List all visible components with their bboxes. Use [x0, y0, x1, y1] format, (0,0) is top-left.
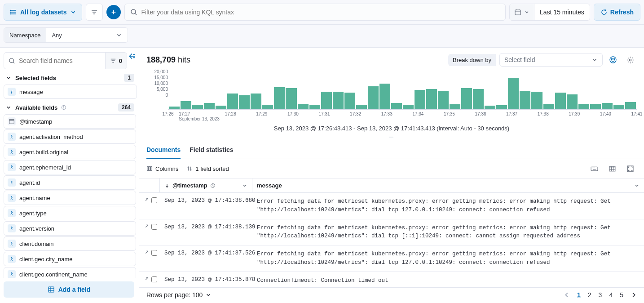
- chart-bar[interactable]: [520, 91, 530, 109]
- tab-documents[interactable]: Documents: [146, 143, 181, 159]
- chart-bars[interactable]: [168, 68, 637, 110]
- chart-bar[interactable]: [262, 105, 273, 109]
- chart-bar[interactable]: [356, 105, 367, 109]
- row-checkbox[interactable]: [151, 197, 157, 203]
- chart-bar[interactable]: [590, 104, 601, 109]
- expand-row-button[interactable]: [143, 197, 149, 203]
- kql-input[interactable]: [141, 9, 500, 16]
- chart-bar[interactable]: [613, 105, 624, 109]
- page-next[interactable]: [631, 292, 637, 298]
- chart-bar[interactable]: [567, 94, 578, 109]
- fullscreen-button[interactable]: [623, 162, 637, 175]
- namespace-filter[interactable]: Namespace Any: [4, 27, 128, 43]
- chart-bar[interactable]: [286, 88, 296, 109]
- refresh-button[interactable]: Refresh: [594, 4, 640, 21]
- namespace-value-dropdown[interactable]: Any: [46, 28, 127, 42]
- field-item[interactable]: kagent.id: [4, 175, 136, 190]
- chart-bar[interactable]: [555, 93, 566, 109]
- histogram-chart[interactable]: 20,00015,00010,0005,0000 17:2617:27Septe…: [139, 68, 644, 140]
- chart-bar[interactable]: [461, 88, 472, 109]
- chart-bar[interactable]: [227, 94, 238, 109]
- field-item[interactable]: kclient.domain: [4, 236, 136, 251]
- field-item[interactable]: kagent.type: [4, 206, 136, 220]
- keyboard-shortcuts-button[interactable]: [587, 162, 601, 175]
- chart-bar[interactable]: [438, 91, 449, 109]
- chart-bar[interactable]: [181, 101, 191, 109]
- chart-bar[interactable]: [496, 105, 507, 109]
- tab-field-statistics[interactable]: Field statistics: [190, 143, 233, 159]
- chart-bar[interactable]: [251, 94, 261, 109]
- chart-bar[interactable]: [274, 87, 285, 109]
- field-item[interactable]: kclient.geo.continent_name: [4, 267, 136, 278]
- chart-bar[interactable]: [473, 89, 484, 109]
- datasets-selector[interactable]: All log datasets: [4, 4, 82, 21]
- chart-bar[interactable]: [415, 90, 425, 109]
- chart-bar[interactable]: [391, 103, 402, 109]
- field-item[interactable]: kagent.name: [4, 191, 136, 205]
- selected-fields-header[interactable]: Selected fields 1: [4, 69, 137, 85]
- page-prev[interactable]: [564, 292, 570, 298]
- chart-bar[interactable]: [344, 93, 355, 109]
- sort-button[interactable]: 1 field sorted: [186, 165, 229, 172]
- chart-bar[interactable]: [531, 92, 542, 109]
- chart-settings-button[interactable]: [623, 53, 637, 67]
- date-range-value[interactable]: Last 15 minutes: [534, 9, 590, 16]
- chart-bar[interactable]: [192, 105, 203, 109]
- field-item[interactable]: kclient.geo.city_name: [4, 252, 136, 266]
- chart-bar[interactable]: [239, 95, 250, 109]
- expand-row-button[interactable]: [143, 224, 149, 229]
- page-number[interactable]: 1: [577, 291, 581, 299]
- date-range-picker[interactable]: Last 15 minutes: [509, 4, 590, 21]
- breakdown-select[interactable]: Select field: [499, 53, 603, 67]
- rows-per-page[interactable]: Rows per page: 100: [146, 291, 212, 299]
- available-fields-header[interactable]: Available fields 264: [4, 99, 137, 114]
- row-checkbox[interactable]: [151, 276, 157, 282]
- page-number[interactable]: 5: [620, 291, 623, 299]
- row-checkbox[interactable]: [151, 250, 157, 256]
- chart-bar[interactable]: [379, 84, 390, 109]
- column-header-timestamp[interactable]: @timestamp: [160, 178, 252, 192]
- field-item[interactable]: kagent.version: [4, 221, 136, 236]
- collapse-sidebar-button[interactable]: [128, 52, 136, 60]
- filter-options-button[interactable]: [86, 4, 103, 21]
- row-checkbox[interactable]: [151, 224, 157, 230]
- add-field-button[interactable]: Add a field: [4, 281, 134, 298]
- field-item[interactable]: kagent.ephemeral_id: [4, 160, 136, 174]
- chart-bar[interactable]: [309, 105, 320, 109]
- expand-row-button[interactable]: [143, 250, 149, 255]
- page-number[interactable]: 2: [588, 291, 591, 299]
- chart-bar[interactable]: [602, 103, 613, 109]
- date-range-calendar-button[interactable]: [510, 4, 534, 20]
- patterns-button[interactable]: [606, 53, 620, 67]
- chart-bar[interactable]: [204, 103, 215, 109]
- chart-bar[interactable]: [625, 102, 636, 109]
- chart-bar[interactable]: [485, 106, 495, 109]
- chart-bar[interactable]: [368, 86, 379, 109]
- column-header-message[interactable]: message: [252, 178, 644, 192]
- chart-bar[interactable]: [450, 104, 460, 109]
- chart-bar[interactable]: [543, 104, 554, 109]
- columns-button[interactable]: Columns: [146, 165, 178, 172]
- density-button[interactable]: [605, 162, 619, 175]
- chart-bar[interactable]: [578, 104, 589, 109]
- chart-bar[interactable]: [169, 107, 180, 109]
- chart-bar[interactable]: [403, 105, 414, 109]
- field-item[interactable]: kagent.activation_method: [4, 129, 136, 144]
- chart-bar[interactable]: [216, 106, 226, 109]
- chart-bar[interactable]: [333, 92, 344, 109]
- expand-row-button[interactable]: [143, 276, 149, 282]
- drag-handle-icon[interactable]: ═: [146, 133, 637, 140]
- field-item[interactable]: @timestamp: [4, 114, 136, 129]
- page-number[interactable]: 4: [609, 291, 613, 299]
- field-item[interactable]: tmessage: [4, 85, 137, 99]
- add-filter-button[interactable]: [106, 5, 121, 19]
- page-number[interactable]: 3: [599, 291, 602, 299]
- chart-bar[interactable]: [298, 104, 309, 109]
- chart-bar[interactable]: [508, 78, 519, 109]
- kql-search-bar[interactable]: [124, 4, 506, 21]
- chart-bar[interactable]: [321, 92, 332, 109]
- chart-bar[interactable]: [426, 89, 437, 109]
- field-search-input[interactable]: [19, 57, 101, 64]
- field-filter-count[interactable]: 0: [105, 53, 127, 69]
- field-item[interactable]: kagent.build.original: [4, 145, 136, 159]
